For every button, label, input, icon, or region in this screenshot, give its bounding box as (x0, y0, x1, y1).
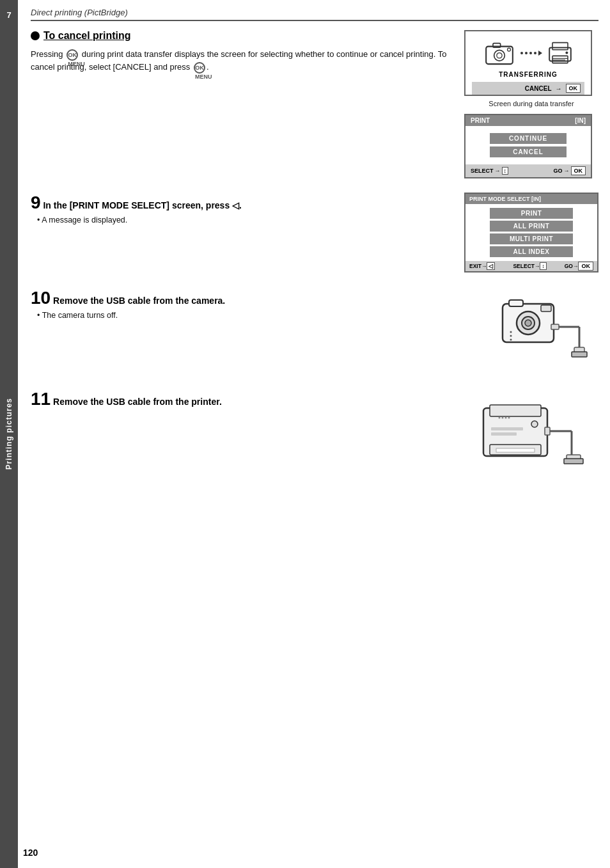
svg-point-29 (531, 421, 538, 427)
svg-rect-30 (491, 427, 523, 430)
transfer-arrow (520, 51, 542, 56)
cancel-section: To cancel printing Pressing OKMENU durin… (31, 30, 598, 182)
svg-point-38 (502, 417, 504, 419)
select-item: SELECT → ↕ (471, 167, 508, 175)
svg-rect-20 (551, 324, 559, 329)
svg-rect-36 (564, 459, 583, 464)
go-text: GO (553, 168, 562, 174)
pms-exit: EXIT→◁ (469, 263, 495, 269)
svg-point-8 (565, 52, 568, 54)
page-header: Direct printing (PictBridge) (31, 8, 598, 21)
pms-footer: EXIT→◁ SELECT→↕ GO→OK (465, 261, 597, 271)
camera-usb-svg (464, 291, 592, 374)
step11-title: Remove the USB cable from the printer. (53, 397, 222, 407)
svg-rect-16 (509, 300, 523, 306)
svg-rect-15 (541, 305, 551, 312)
transfer-icons (472, 40, 584, 66)
svg-rect-0 (486, 47, 513, 64)
cancel-right: TRANSFERRING CANCEL → OK Screen during d… (464, 30, 598, 182)
print-footer-bar: SELECT → ↕ GO → OK (465, 164, 591, 177)
svg-point-4 (508, 48, 511, 51)
pms-select: SELECT→↕ (513, 263, 546, 269)
pms-go: GO→OK (565, 263, 593, 269)
step9-heading: 9 In the [PRINT MODE SELECT] screen, pre… (31, 193, 453, 213)
svg-rect-32 (545, 427, 550, 435)
step10-number: 10 (31, 288, 51, 308)
printer-usb-svg (464, 392, 592, 475)
svg-point-17 (510, 331, 512, 333)
step9-right: PRINT MODE SELECT [IN] PRINT ALL PRINT M… (464, 193, 598, 276)
bullet-circle (31, 31, 40, 40)
pms-header: PRINT MODE SELECT [IN] (465, 194, 597, 204)
svg-point-40 (508, 417, 510, 419)
svg-point-14 (525, 320, 531, 326)
svg-rect-31 (491, 432, 517, 436)
cancel-button[interactable]: CANCEL (490, 146, 567, 157)
print-title: PRINT (471, 117, 490, 124)
step10-bullet: The camera turns off. (31, 311, 453, 320)
step9-title: In the [PRINT MODE SELECT] screen, press… (43, 200, 242, 210)
step11-heading: 11 Remove the USB cable from the printer… (31, 389, 453, 409)
step11-right (464, 389, 598, 478)
svg-point-39 (505, 417, 507, 419)
camera-usb-illustration (464, 288, 592, 377)
step11-number: 11 (31, 389, 51, 409)
svg-rect-6 (552, 43, 568, 50)
go-ok-box: OK (571, 166, 586, 175)
page-number: 120 (23, 848, 38, 858)
transfer-cancel-text: CANCEL (525, 85, 552, 92)
step9-bullet: A message is displayed. (31, 216, 453, 225)
transfer-screen: TRANSFERRING CANCEL → OK (464, 30, 592, 96)
transfer-cancel-bar: CANCEL → OK (472, 82, 584, 95)
svg-rect-28 (496, 448, 535, 452)
cancel-left: To cancel printing Pressing OKMENU durin… (31, 30, 453, 182)
svg-point-2 (497, 53, 502, 58)
step11-left: 11 Remove the USB cable from the printer… (31, 389, 453, 478)
step9-number: 9 (31, 193, 41, 212)
svg-point-37 (499, 417, 501, 419)
svg-point-18 (510, 335, 512, 337)
step10-left: 10 Remove the USB cable from the camera.… (31, 288, 453, 377)
select-text: SELECT (471, 168, 494, 174)
svg-rect-26 (490, 405, 541, 416)
section-heading-text: To cancel printing (43, 30, 131, 42)
pms-screen: PRINT MODE SELECT [IN] PRINT ALL PRINT M… (464, 193, 598, 272)
section-body: Pressing OKMENU during print data transf… (31, 48, 453, 74)
print-body: CONTINUE CANCEL (465, 126, 591, 164)
pms-multiprint-btn[interactable]: MULTI PRINT (490, 233, 573, 244)
svg-point-1 (494, 50, 505, 61)
step10-row: 10 Remove the USB cable from the camera.… (31, 288, 598, 377)
ok-icon: OKMENU (194, 62, 205, 74)
chapter-number: 7 (0, 10, 18, 20)
step10-heading: 10 Remove the USB cable from the camera. (31, 288, 453, 308)
camera-icon (483, 40, 515, 66)
pms-print-btn[interactable]: PRINT (490, 208, 573, 219)
svg-point-19 (510, 339, 512, 341)
step10-right (464, 288, 598, 377)
continue-button[interactable]: CONTINUE (490, 133, 567, 144)
select-icon: ↕ (502, 167, 509, 175)
step9-row: 9 In the [PRINT MODE SELECT] screen, pre… (31, 193, 598, 276)
screen-caption: Screen during data transfer (464, 100, 598, 107)
sidebar-label: Printing pictures (4, 398, 13, 470)
svg-rect-24 (572, 352, 587, 357)
pms-ok: OK (578, 262, 593, 271)
step10-title: Remove the USB cable from the camera. (53, 296, 225, 306)
sidebar: 7 Printing pictures (0, 0, 18, 868)
step11-row: 11 Remove the USB cable from the printer… (31, 389, 598, 478)
section-heading: To cancel printing (31, 30, 453, 42)
svg-rect-7 (552, 56, 568, 63)
printer-usb-illustration (464, 389, 592, 478)
transfer-ok-box: OK (566, 84, 581, 93)
step9-left: 9 In the [PRINT MODE SELECT] screen, pre… (31, 193, 453, 276)
print-screen: PRINT [IN] CONTINUE CANCEL SELECT → ↕ GO (464, 114, 592, 178)
page-header-title: Direct printing (PictBridge) (31, 8, 128, 17)
menu-icon: OKMENU (66, 49, 78, 61)
printer-icon (547, 41, 573, 65)
print-indicator: [IN] (575, 117, 586, 124)
go-item: GO → OK (553, 166, 586, 175)
transferring-label: TRANSFERRING (472, 71, 584, 78)
pms-allindex-btn[interactable]: ALL INDEX (490, 246, 573, 257)
pms-allprint-btn[interactable]: ALL PRINT (490, 221, 573, 232)
print-header-bar: PRINT [IN] (465, 115, 591, 126)
